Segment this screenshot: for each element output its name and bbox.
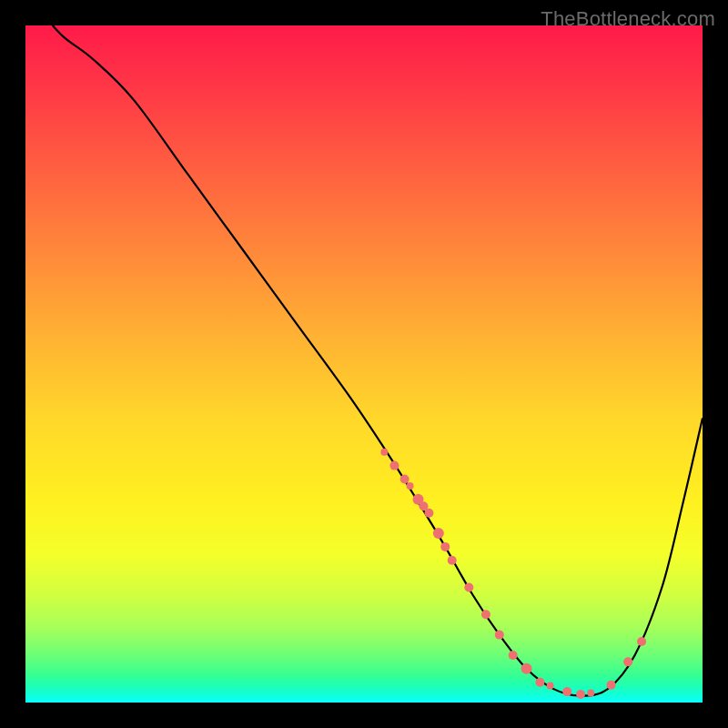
scatter-dot [424,509,433,518]
chart-area [25,25,703,703]
scatter-dot [407,482,414,490]
scatter-dot [587,690,594,697]
scatter-dot [495,631,504,640]
watermark-text: TheBottleneck.com [541,7,715,31]
scatter-dot [637,637,646,646]
chart-overlay [25,25,703,703]
scatter-dot [623,657,632,666]
scatter-dot [535,678,544,687]
scatter-dot [400,474,410,483]
scatter-dot [562,687,571,696]
scatter-dot [607,681,616,690]
scatter-dot [576,690,585,699]
scatter-dot [521,663,532,674]
scatter-dot [448,556,457,565]
scatter-dot [547,682,554,689]
scatter-group [380,449,646,699]
scatter-dot [433,528,444,539]
scatter-dot [509,651,518,660]
scatter-dot [481,610,490,619]
bottleneck-curve [53,25,703,696]
scatter-dot [389,461,399,470]
scatter-dot [380,449,388,456]
scatter-dot [440,542,450,551]
scatter-dot [464,583,473,592]
